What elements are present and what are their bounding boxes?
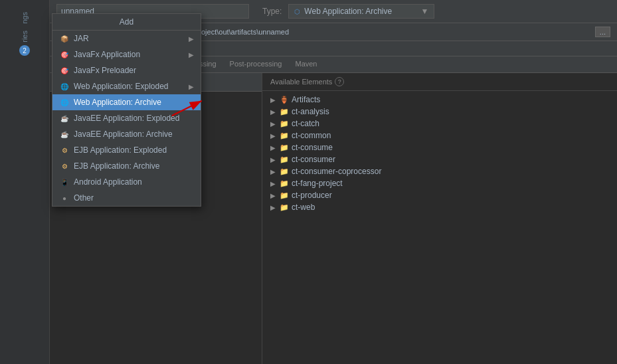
folder-icon: 📁	[280, 179, 289, 188]
tree-item-label: ct-common	[292, 131, 331, 140]
tree-item-label: ct-consume	[292, 143, 333, 152]
dropdown-item-label: Web Application: Exploded	[74, 82, 169, 91]
dropdown-item-icon: 🎯	[59, 49, 70, 60]
tree-item-label: ct-analysis	[292, 107, 329, 116]
tree-item[interactable]: ▶📁ct-consume	[262, 141, 617, 153]
tree-arrow-icon: ▶	[270, 120, 277, 128]
tree-item[interactable]: ▶📁ct-catch	[262, 118, 617, 130]
dropdown-item-label: JavaEE Application: Exploded	[74, 114, 179, 123]
tree-item[interactable]: ▶📁ct-web	[262, 201, 617, 213]
dropdown-item[interactable]: 🌐Web Application: Archive	[52, 94, 201, 110]
submenu-arrow-icon: ▶	[189, 83, 194, 90]
dropdown-item-icon: 🌐	[59, 81, 70, 92]
folder-icon: 📁	[280, 108, 289, 116]
tree-item-label: ct-consumer	[292, 155, 335, 164]
dropdown-item[interactable]: ⚙EJB Application: Exploded	[52, 142, 201, 158]
dropdown-item[interactable]: ⚙EJB Application: Archive	[52, 158, 201, 174]
folder-icon: 📁	[280, 155, 289, 164]
dropdown-item-label: Web Application: Archive	[74, 98, 161, 107]
tree-item-label: ct-consumer-coprocessor	[292, 167, 381, 176]
dropdown-item-icon: 🌐	[59, 97, 70, 108]
dropdown-item[interactable]: ☕JavaEE Application: Archive	[52, 126, 201, 142]
dropdown-item[interactable]: ●Other	[52, 190, 201, 206]
dropdown-item-label: JavaEE Application: Archive	[74, 130, 173, 139]
dropdown-item[interactable]: ☕JavaEE Application: Exploded	[52, 110, 201, 126]
dropdown-item[interactable]: 📦JAR▶	[52, 31, 201, 46]
dropdown-item-icon: ⚙	[59, 145, 70, 155]
tree-item[interactable]: ▶📁ct-common	[262, 130, 617, 141]
tree-arrow-icon: ▶	[270, 204, 277, 211]
help-icon[interactable]: ?	[335, 77, 344, 86]
folder-icon: 📁	[280, 143, 289, 152]
type-value: Web Application: Archive	[304, 7, 392, 16]
tree-arrow-icon: ▶	[270, 192, 277, 199]
tree-item-label: ct-catch	[292, 119, 319, 128]
tree-arrow-icon: ▶	[270, 108, 277, 116]
dropdown-item-label: Android Application	[74, 177, 142, 187]
tree-item[interactable]: ▶📁ct-consumer-coprocessor	[262, 165, 617, 177]
tree-item[interactable]: ▶📁ct-analysis	[262, 106, 617, 118]
tree-arrow-icon: ▶	[270, 132, 277, 139]
tree-item-label: ct-web	[292, 203, 315, 212]
sidebar-label-ries: ries	[21, 31, 29, 43]
dropdown-item-label: JavaFx Preloader	[74, 66, 136, 75]
dropdown-item-icon: 🎯	[59, 65, 70, 76]
dropdown-item-label: JAR	[74, 34, 89, 43]
tree-arrow-icon: ▶	[270, 156, 277, 163]
sidebar-badge: 2	[19, 45, 30, 56]
dropdown-item[interactable]: 🎯JavaFx Preloader	[52, 62, 201, 78]
chevron-down-icon: ▼	[420, 7, 428, 16]
tree-container[interactable]: ▶🏺Artifacts▶📁ct-analysis▶📁ct-catch▶📁ct-c…	[262, 91, 617, 364]
dropdown-item-label: EJB Application: Archive	[74, 161, 159, 171]
dropdown-item-icon: ●	[59, 193, 70, 203]
dropdown-item-icon: ⚙	[59, 161, 70, 171]
tab-postprocessing[interactable]: Post-processing	[223, 56, 289, 72]
folder-icon: 📁	[280, 132, 289, 140]
dropdown-item-label: Other	[74, 193, 94, 203]
dropdown-item-icon: 📱	[59, 177, 70, 187]
tree-item-label: ct-producer	[292, 191, 332, 200]
dropdown-item-label: JavaFx Application	[74, 50, 140, 59]
available-elements-header: Available Elements ?	[262, 73, 617, 91]
tree-arrow-icon: ▶	[270, 180, 277, 187]
type-dropdown[interactable]: ⬡ Web Application: Archive ▼	[288, 4, 434, 19]
tab-maven[interactable]: Maven	[288, 56, 323, 72]
dropdown-item-icon: ☕	[59, 113, 70, 124]
dropdown-item[interactable]: 📱Android Application	[52, 174, 201, 190]
tree-arrow-icon: ▶	[270, 96, 277, 104]
sidebar-label-ngs: ngs	[21, 12, 29, 24]
dropdown-item[interactable]: 🌐Web Application: Exploded▶	[52, 78, 201, 94]
tree-item-label: ct-fang-project	[292, 179, 343, 188]
folder-icon: 📁	[280, 167, 289, 176]
right-content: Available Elements ? ▶🏺Artifacts▶📁ct-ana…	[262, 73, 617, 364]
tree-item-label: Artifacts	[292, 95, 320, 104]
dropdown-menu[interactable]: Add 📦JAR▶🎯JavaFx Application▶🎯JavaFx Pre…	[52, 13, 201, 207]
submenu-arrow-icon: ▶	[189, 51, 194, 58]
available-elements-label: Available Elements	[270, 78, 332, 86]
dropdown-item-icon: ☕	[59, 129, 70, 139]
type-label: Type:	[262, 7, 282, 16]
sidebar: ngs ries 2	[0, 0, 50, 364]
folder-icon: 📁	[280, 120, 289, 128]
tree-arrow-icon: ▶	[270, 144, 277, 151]
tree-item[interactable]: ▶📁ct-fang-project	[262, 177, 617, 189]
tree-item[interactable]: ▶🏺Artifacts	[262, 94, 617, 106]
dropdown-item-icon: 📦	[59, 33, 70, 44]
dir-browse-button[interactable]: ...	[595, 27, 610, 37]
tree-arrow-icon: ▶	[270, 168, 277, 175]
folder-icon: 🏺	[280, 96, 289, 104]
dropdown-item-label: EJB Application: Exploded	[74, 145, 167, 155]
dropdown-item[interactable]: 🎯JavaFx Application▶	[52, 46, 201, 62]
submenu-arrow-icon: ▶	[189, 35, 194, 43]
tree-item[interactable]: ▶📁ct-producer	[262, 189, 617, 201]
folder-icon: 📁	[280, 203, 289, 212]
folder-icon: 📁	[280, 191, 289, 200]
dropdown-header: Add	[52, 14, 201, 31]
tree-item[interactable]: ▶📁ct-consumer	[262, 153, 617, 165]
